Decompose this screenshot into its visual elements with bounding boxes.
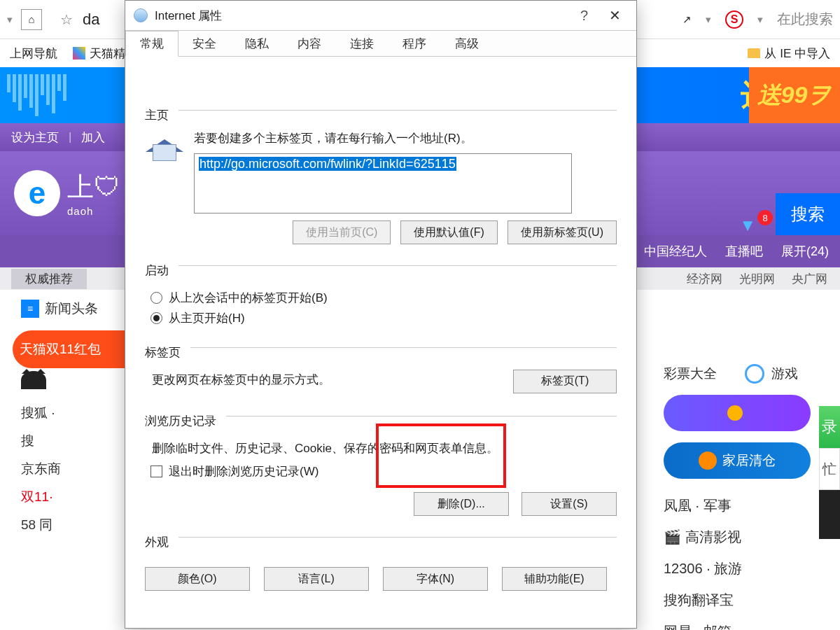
use-default-button[interactable]: 使用默认值(F) [400,220,497,244]
list-item[interactable]: 搜狐 · [21,399,133,427]
tab-connections[interactable]: 连接 [336,31,388,56]
list-item[interactable]: 🎬 高清影视 [664,522,825,553]
strip-item[interactable]: 忙 [819,448,840,490]
list-item[interactable]: 双11· [21,483,133,511]
site-logo-icon: e [14,170,60,216]
ie-import-folder[interactable]: 从 IE 中导入 [748,46,830,62]
left-column: ≡新闻头条 天猫双11红包 搜狐 · 搜 京东商 双11· 58 同 [21,300,133,539]
tab-security[interactable]: 安全 [178,31,231,56]
tmall-promo[interactable]: 天猫双11红包 [13,330,135,368]
checkbox-delete-on-exit[interactable]: 退出时删除浏览历史记录(W) [150,463,617,479]
help-button[interactable]: ? [566,8,602,24]
favorite-icon[interactable]: ☆ [60,11,73,28]
home-description: 若要创建多个主标签页，请在每行输入一个地址(R)。 [194,130,617,146]
dropdown-icon[interactable]: ▾ [757,13,763,26]
strip-item[interactable]: 录 [819,406,840,448]
language-button[interactable]: 语言(L) [264,567,369,591]
equalizer-icon [0,74,66,116]
home-icon [145,130,184,162]
dialog-titlebar: Internet 属性 ? ✕ [125,1,636,30]
group-appearance-label: 外观 [145,534,169,550]
general-pane: 主页 若要创建多个主标签页，请在每行输入一个地址(R)。 http://go.m… [125,89,636,602]
site-link[interactable]: 经济网 [687,271,722,287]
tab-content[interactable]: 内容 [284,31,336,56]
search-button[interactable]: 搜索 [776,193,840,235]
ad-slot[interactable] [664,395,811,431]
site-link[interactable]: 光明网 [739,271,775,287]
strip-item[interactable] [819,490,840,539]
share-icon[interactable]: ↗ [682,13,692,26]
nav-link[interactable]: 中国经纪人 [644,243,707,260]
site-link[interactable]: 央广网 [792,271,827,287]
group-tabs-label: 标签页 [145,344,181,360]
add-link[interactable]: 加入 [81,130,105,146]
dialog-title: Internet 属性 [155,8,222,24]
set-homepage-link[interactable]: 设为主页 [11,130,59,146]
cat-icon [21,371,46,389]
history-settings-button[interactable]: 设置(S) [522,492,617,516]
group-startup-label: 启动 [145,262,169,279]
bookmark-item[interactable]: 天猫精 [73,46,125,62]
tool-icon [699,451,717,470]
group-history-label: 浏览历史记录 [145,413,216,429]
tab-general[interactable]: 常规 [125,31,178,57]
right-column: 彩票大全 游戏 家居清仓 凤凰 · 军事 🎬 高清影视 12306 · 旅游 搜… [664,364,825,630]
lottery-link[interactable]: 彩票大全 [664,365,717,383]
news-icon: ≡ [21,300,39,318]
colors-button[interactable]: 颜色(O) [145,567,250,591]
site-name: 上🛡 [67,169,120,205]
address-text[interactable]: da [83,10,99,29]
dropdown-icon[interactable]: ▾ [706,13,711,26]
internet-properties-dialog: Internet 属性 ? ✕ 常规 安全 隐私 内容 连接 程序 高级 主页 … [125,0,637,629]
tab-programs[interactable]: 程序 [388,31,441,56]
close-button[interactable]: ✕ [602,7,628,24]
accessibility-button[interactable]: 辅助功能(E) [502,567,607,591]
delete-history-button[interactable]: 删除(D)... [414,492,509,516]
list-item[interactable]: 搜 [21,427,133,455]
fonts-button[interactable]: 字体(N) [383,567,488,591]
nav-link[interactable]: 展开(24) [781,243,829,260]
list-item[interactable]: 搜狗翻译宝 [664,584,825,616]
list-item[interactable]: 58 同 [21,511,133,539]
nav-link[interactable]: 直播吧 [725,243,763,260]
homepage-textarea[interactable]: http://go.microsoft.com/fwlink/?LinkId=6… [194,153,572,214]
right-strip: 录 忙 [819,406,840,539]
list-item[interactable]: 京东商 [21,455,133,483]
ie-icon [134,8,148,22]
home-icon[interactable]: ⌂ [21,9,42,30]
folder-icon [748,48,760,58]
back-dropdown-icon[interactable]: ▾ [7,13,13,26]
game-icon [745,364,764,384]
ad-slot[interactable]: 家居清仓 [664,442,811,479]
list-item[interactable]: 凤凰 · 军事 [664,490,825,522]
news-tile[interactable]: ≡新闻头条 [21,300,133,318]
category-chip[interactable]: 权威推荐 [11,269,87,289]
sogou-icon[interactable]: S [725,10,743,29]
tabs-button[interactable]: 标签页(T) [513,370,617,393]
radio-start-last[interactable]: 从上次会话中的标签页开始(B) [150,290,617,306]
tab-privacy[interactable]: 隐私 [231,31,284,56]
dialog-tabs: 常规 安全 隐私 内容 连接 程序 高级 [125,30,636,57]
highlight-tab [125,57,178,89]
use-current-button: 使用当前页(C) [293,220,391,244]
promo-bonus: 送99ヲ [749,67,840,123]
tab-advanced[interactable]: 高级 [441,31,493,56]
notification-badge[interactable]: ▼8 [727,216,769,235]
use-newtab-button[interactable]: 使用新标签页(U) [507,220,617,244]
game-link[interactable]: 游戏 [771,365,798,383]
list-item[interactable]: 12306 · 旅游 [664,553,825,584]
history-description: 删除临时文件、历史记录、Cookie、保存的密码和网页表单信息。 [152,440,617,456]
radio-start-home[interactable]: 从主页开始(H) [150,310,617,326]
site-pinyin: daoh [67,205,120,217]
tabs-description: 更改网页在标签页中的显示方式。 [152,372,330,388]
search-placeholder[interactable]: 在此搜索 [777,10,833,29]
bookmark-item[interactable]: 上网导航 [10,46,57,62]
list-item[interactable]: 网易 · 邮箱 [664,616,825,630]
